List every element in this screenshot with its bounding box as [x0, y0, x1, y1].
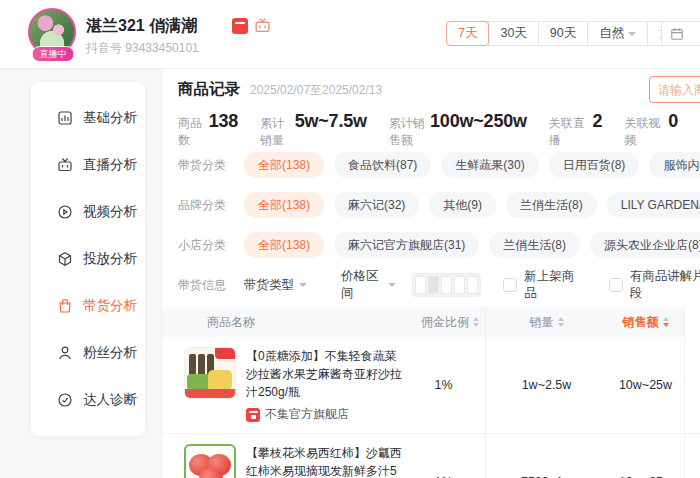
- chanmama-tv-icon[interactable]: [254, 17, 271, 34]
- sidebar-item-label: 基础分析: [83, 109, 137, 127]
- page-title: 商品记录: [178, 79, 240, 100]
- live-record-icon[interactable]: [232, 18, 248, 34]
- product-shop[interactable]: 不集官方旗舰店: [246, 406, 402, 423]
- price-distribution-picker[interactable]: [412, 273, 481, 297]
- tab-natural[interactable]: 自然: [587, 21, 648, 46]
- cell-gmv: 10w~25w: [607, 378, 684, 392]
- col-header-commission[interactable]: 佣金比例: [402, 307, 486, 337]
- table-header: 商品名称 佣金比例 销量 销售额: [162, 307, 700, 337]
- product-title[interactable]: 【0蔗糖添加】不集轻食蔬菜沙拉酱水果芝麻酱奇亚籽沙拉汁250g/瓶: [246, 347, 402, 401]
- sidebar-item-fans[interactable]: 粉丝分析: [31, 329, 145, 376]
- stat-related-lives: 关联直播2: [549, 111, 603, 149]
- top-bar: 直播中 湛兰321 俏满潮 抖音号 93433450101 7天 30天 90天…: [0, 0, 700, 69]
- product-table: 商品名称 佣金比例 销量 销售额: [162, 307, 700, 478]
- sidebar-item-label: 视频分析: [83, 203, 137, 221]
- category-pill[interactable]: 服饰内衣(6): [649, 152, 700, 178]
- bar-chart-icon: [57, 110, 73, 126]
- sidebar-item-ads[interactable]: 投放分析: [31, 235, 145, 282]
- checkbox-new-product[interactable]: 新上架商品: [503, 268, 582, 302]
- live-tv-icon: [57, 157, 73, 173]
- date-range-text: 2025/02/07至2025/02/13: [250, 82, 382, 99]
- sidebar-item-label: 投放分析: [83, 250, 137, 268]
- sort-icon[interactable]: [558, 317, 564, 327]
- tab-30d[interactable]: 30天: [488, 21, 538, 46]
- shop-pill[interactable]: 全部(138): [244, 232, 324, 258]
- cube-icon: [57, 251, 73, 267]
- price-range-dropdown[interactable]: 价格区间: [341, 268, 396, 302]
- brand-pill[interactable]: 全部(138): [244, 192, 324, 218]
- category-pill[interactable]: 生鲜蔬果(30): [441, 152, 538, 178]
- brand-pill[interactable]: 兰俏生活(8): [506, 192, 597, 218]
- stat-total-sales: 累计销量5w~7.5w: [260, 111, 367, 149]
- stat-product-count: 商品数138: [178, 111, 238, 149]
- live-badge: 直播中: [32, 46, 75, 62]
- shop-pill[interactable]: 麻六记官方旗舰店(31): [334, 232, 479, 258]
- cell-sales: 1w~2.5w: [486, 378, 607, 392]
- category-pill[interactable]: 日用百货(8): [549, 152, 640, 178]
- cell-commission: 1%: [402, 434, 486, 478]
- checkbox-icon[interactable]: [609, 278, 623, 292]
- brand-pill[interactable]: LILY GARDEN/荷家(5): [607, 192, 700, 218]
- shop-pill[interactable]: 源头农业企业店(8): [590, 232, 700, 258]
- category-pill[interactable]: 食品饮料(87): [334, 152, 431, 178]
- tab-7d[interactable]: 7天: [446, 21, 489, 46]
- account-name: 湛兰321 俏满潮: [86, 16, 197, 37]
- sort-icon[interactable]: [473, 317, 479, 327]
- sidebar: 基础分析 直播分析 视频分析 投放分析 带货分析: [31, 82, 145, 436]
- chevron-down-icon: [388, 283, 396, 287]
- shop-pill[interactable]: 兰俏生活(8): [489, 232, 580, 258]
- stat-related-videos: 关联视频0: [624, 111, 678, 149]
- checkbox-icon[interactable]: [503, 278, 517, 292]
- filter-label: 小店分类: [178, 237, 244, 254]
- col-header-sales[interactable]: 销量: [486, 314, 607, 331]
- product-search-input[interactable]: [649, 76, 700, 103]
- filter-row-shop: 小店分类 全部(138) 麻六记官方旗舰店(31) 兰俏生活(8) 源头农业企业…: [178, 225, 700, 265]
- shopping-bag-icon: [57, 298, 73, 314]
- product-image: [184, 444, 236, 478]
- col-header-name: 商品名称: [162, 314, 402, 331]
- type-dropdown[interactable]: 带货类型: [244, 277, 341, 294]
- filter-row-category: 带货分类 全部(138) 食品饮料(87) 生鲜蔬果(30) 日用百货(8) 服…: [178, 145, 700, 185]
- stat-total-gmv: 累计销售额100w~250w: [389, 111, 527, 149]
- cell-commission: 1%: [402, 337, 486, 433]
- douyin-id: 抖音号 93433450101: [86, 40, 199, 57]
- chevron-down-icon: [628, 32, 636, 36]
- filter-label: 品牌分类: [178, 197, 244, 214]
- brand-pill[interactable]: 其他(9): [429, 192, 496, 218]
- sort-icon-active[interactable]: [663, 317, 669, 327]
- filter-label: 带货分类: [178, 157, 244, 174]
- sidebar-item-video[interactable]: 视频分析: [31, 188, 145, 235]
- main-panel: 商品记录 2025/02/07至2025/02/13 商品数138 累计销量5w…: [161, 69, 700, 478]
- chevron-down-icon: [299, 283, 307, 287]
- sidebar-item-commerce[interactable]: 带货分析: [31, 282, 145, 329]
- account-avatar[interactable]: 直播中: [28, 8, 78, 58]
- sidebar-item-label: 粉丝分析: [83, 344, 137, 362]
- diagnosis-icon: [57, 392, 73, 408]
- sidebar-item-basic[interactable]: 基础分析: [31, 94, 145, 141]
- product-title[interactable]: 【攀枝花米易西红柿】沙瓤西红柿米易现摘现发新鲜多汁5斤装S: [246, 444, 402, 478]
- filter-row-info: 带货信息 带货类型 价格区间 新上架商品 有商品讲解片段: [178, 265, 700, 305]
- stats-row: 商品数138 累计销量5w~7.5w 累计销售额100w~250w 关联直播2 …: [178, 111, 700, 149]
- checkbox-explain-clip[interactable]: 有商品讲解片段: [609, 268, 700, 302]
- table-row[interactable]: 【0蔗糖添加】不集轻食蔬菜沙拉酱水果芝麻酱奇亚籽沙拉汁250g/瓶 不集官方旗舰…: [162, 337, 700, 434]
- sidebar-item-live[interactable]: 直播分析: [31, 141, 145, 188]
- sidebar-item-label: 达人诊断: [83, 391, 137, 409]
- sidebar-item-diagnosis[interactable]: 达人诊断: [31, 376, 145, 423]
- brand-pill[interactable]: 麻六记(32): [334, 192, 419, 218]
- tab-90d[interactable]: 90天: [538, 21, 588, 46]
- calendar-icon: [670, 27, 684, 41]
- product-image: [184, 347, 236, 399]
- play-circle-icon: [57, 204, 73, 220]
- table-row[interactable]: 【攀枝花米易西红柿】沙瓤西红柿米易现摘现发新鲜多汁5斤装S 源头农业企业店 1%…: [162, 434, 700, 478]
- sidebar-item-label: 直播分析: [83, 156, 137, 174]
- filter-label: 带货信息: [178, 277, 244, 294]
- filter-row-brand: 品牌分类 全部(138) 麻六记(32) 其他(9) 兰俏生活(8) LILY …: [178, 185, 700, 225]
- shop-icon: [246, 408, 260, 422]
- sidebar-item-label: 带货分析: [83, 297, 137, 315]
- col-header-gmv[interactable]: 销售额: [607, 314, 684, 331]
- category-pill[interactable]: 全部(138): [244, 152, 324, 178]
- calendar-button[interactable]: [661, 21, 700, 46]
- person-icon: [57, 345, 73, 361]
